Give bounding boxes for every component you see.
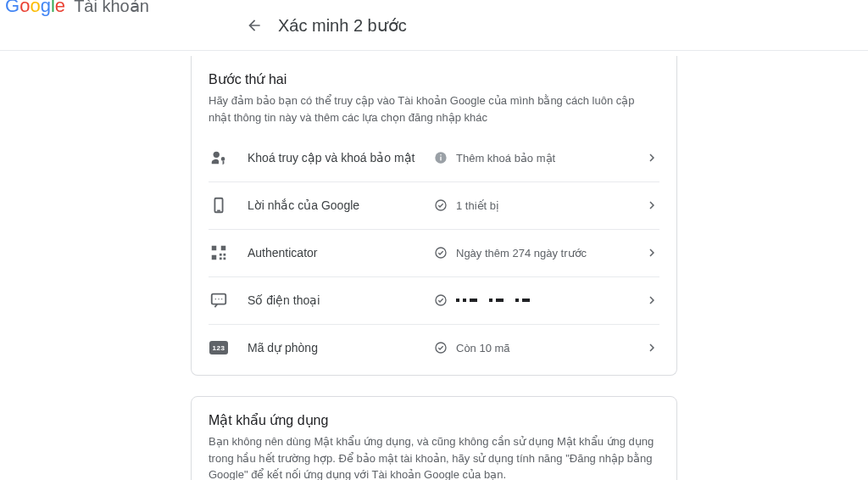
backup-codes-icon: 123 bbox=[209, 338, 229, 358]
check-circle-icon bbox=[434, 293, 448, 307]
svg-point-7 bbox=[436, 200, 446, 210]
svg-rect-13 bbox=[220, 258, 222, 260]
chevron-right-icon bbox=[639, 293, 659, 308]
svg-rect-14 bbox=[224, 258, 226, 260]
svg-point-1 bbox=[221, 157, 225, 161]
svg-point-21 bbox=[436, 343, 446, 353]
row-status: Ngày thêm 274 ngày trước bbox=[456, 247, 587, 260]
card-description: Hãy đảm bảo bạn có thể truy cập vào Tài … bbox=[209, 92, 659, 126]
phone-icon bbox=[209, 195, 229, 215]
row-status: Thêm khoá bảo mật bbox=[456, 152, 555, 165]
card-second-step: Bước thứ hai Hãy đảm bảo bạn có thể truy… bbox=[191, 56, 677, 376]
svg-rect-12 bbox=[224, 254, 226, 256]
info-icon bbox=[434, 151, 448, 165]
svg-point-18 bbox=[218, 299, 219, 299]
page-title: Xác minh 2 bước bbox=[278, 15, 407, 36]
svg-rect-10 bbox=[212, 255, 217, 260]
passkey-icon bbox=[209, 148, 229, 168]
card-description: Bạn không nên dùng Mật khẩu ứng dụng, và… bbox=[209, 433, 659, 480]
back-arrow-icon[interactable] bbox=[246, 17, 263, 34]
row-status: 1 thiết bị bbox=[456, 199, 499, 212]
svg-point-15 bbox=[436, 248, 446, 258]
check-circle-icon bbox=[434, 341, 448, 354]
row-label: Số điện thoại bbox=[248, 293, 434, 307]
row-label: Mã dự phòng bbox=[248, 341, 434, 354]
row-backup-codes[interactable]: 123 Mã dự phòng Còn 10 mã bbox=[192, 324, 676, 371]
check-circle-icon bbox=[434, 246, 448, 260]
svg-rect-11 bbox=[220, 254, 222, 256]
row-label: Khoá truy cập và khoá bảo mật bbox=[248, 151, 434, 165]
row-label: Authenticator bbox=[248, 246, 434, 260]
svg-rect-8 bbox=[212, 246, 217, 251]
sms-icon bbox=[209, 290, 229, 310]
row-google-prompt[interactable]: Lời nhắc của Google 1 thiết bị bbox=[192, 181, 676, 229]
row-label: Lời nhắc của Google bbox=[248, 198, 434, 212]
chevron-right-icon bbox=[639, 150, 659, 165]
svg-point-17 bbox=[215, 299, 216, 299]
card-title: Mật khẩu ứng dụng bbox=[209, 412, 659, 428]
svg-point-19 bbox=[221, 299, 222, 299]
check-circle-icon bbox=[434, 198, 448, 212]
qr-icon bbox=[209, 243, 229, 263]
card-title: Bước thứ hai bbox=[209, 71, 659, 87]
chevron-right-icon bbox=[639, 340, 659, 355]
svg-rect-3 bbox=[440, 157, 441, 161]
card-app-passwords: Mật khẩu ứng dụng Bạn không nên dùng Mật… bbox=[191, 396, 677, 480]
svg-point-20 bbox=[436, 295, 446, 305]
svg-point-0 bbox=[214, 152, 220, 158]
chevron-right-icon bbox=[639, 198, 659, 213]
row-phone-number[interactable]: Số điện thoại bbox=[192, 276, 676, 324]
page-header: Xác minh 2 bước bbox=[0, 0, 868, 51]
chevron-right-icon bbox=[639, 245, 659, 260]
row-authenticator[interactable]: Authenticator Ngày thêm 274 ngày trước bbox=[192, 229, 676, 276]
row-status: Còn 10 mã bbox=[456, 342, 510, 354]
masked-phone bbox=[456, 299, 530, 302]
svg-rect-4 bbox=[440, 154, 441, 155]
svg-rect-9 bbox=[221, 246, 226, 251]
row-passkey[interactable]: Khoá truy cập và khoá bảo mật Thêm khoá … bbox=[192, 134, 676, 181]
